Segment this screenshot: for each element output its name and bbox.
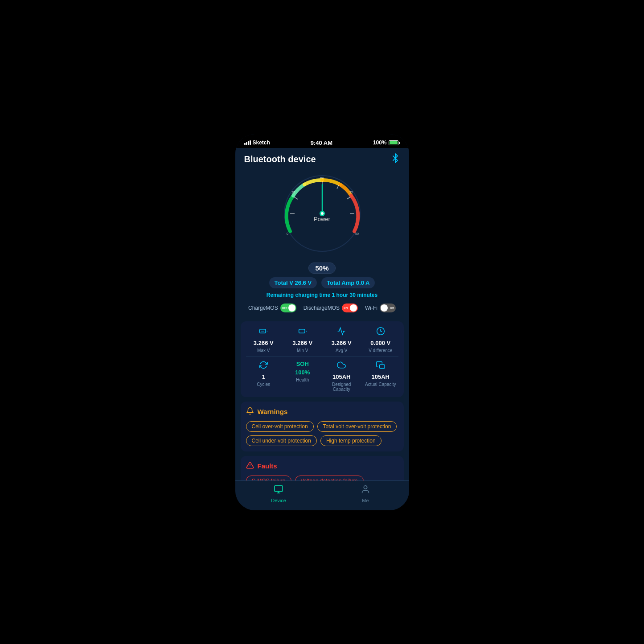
total-v-badge: Total V 26.6 V (269, 277, 317, 288)
health-value: 100% (295, 369, 310, 376)
cycles-label: Cycles (257, 382, 270, 387)
faults-card: Faults C-MOS failure Voltage detection f… (241, 456, 404, 480)
fault-icon (246, 461, 254, 471)
bottom-nav: Device Me (235, 480, 409, 510)
faults-title: Faults (258, 462, 277, 470)
v-diff-label: V difference (369, 348, 392, 353)
gauge-icon (376, 327, 385, 338)
header: Bluetooth device (235, 148, 409, 169)
charge-mos-toggle[interactable]: OFF (280, 304, 296, 312)
warning-tag-3: Cell under-volt protection (246, 435, 317, 446)
metric-cycles: 1 Cycles (246, 361, 282, 392)
divider (246, 357, 398, 357)
fault-tag-1: C-MOS failure (246, 476, 291, 480)
metric-designed-cap: 105AH Designed Capacity (324, 361, 360, 392)
v-diff-value: 0.000 V (370, 340, 390, 346)
remaining-time: Remaining charging time 1 hour 30 minute… (267, 292, 377, 298)
soh-icon: SOH (296, 361, 309, 367)
health-label: Health (296, 377, 309, 382)
warnings-title: Warnings (258, 408, 288, 415)
capacity-icon (376, 361, 385, 372)
charge-mos: ChargeMOS OFF (248, 304, 296, 312)
avg-v-label: Avg V (336, 348, 348, 353)
me-nav-label: Me (362, 498, 369, 503)
designed-cap-label: Designed Capacity (324, 382, 360, 392)
warning-tag-2: Total volt over-volt protection (317, 421, 397, 432)
nav-device[interactable]: Device (235, 484, 322, 503)
metrics-grid-bottom: 1 Cycles SOH 100% Health 105AH Designed … (246, 361, 398, 392)
min-v-value: 3.266 V (292, 340, 312, 346)
metric-avg-v: 3.266 V Avg V (324, 327, 360, 353)
svg-rect-15 (260, 329, 266, 332)
status-right: 100% (373, 139, 400, 146)
metric-v-diff: 0.000 V V difference (363, 327, 398, 353)
battery-percent: 100% (373, 139, 387, 146)
gauge-section: 50 25 25 0 50 Power 50% (235, 169, 409, 321)
metric-health: SOH 100% Health (285, 361, 320, 392)
gauge-percent-badge: 50% (308, 263, 335, 274)
total-amp-badge: Total Amp 0.0 A (321, 277, 375, 288)
stats-row: Total V 26.6 V Total Amp 0.0 A (269, 277, 375, 288)
metrics-grid-top: 3.266 V Max V 3.266 V Min V 3.266 V Avg … (246, 327, 398, 353)
metric-min-v: 3.266 V Min V (285, 327, 320, 353)
designed-cap-value: 105AH (332, 373, 350, 380)
svg-text:50: 50 (355, 232, 359, 235)
signal-bars (244, 140, 251, 145)
avg-v-value: 3.266 V (332, 340, 352, 346)
metrics-card: 3.266 V Max V 3.266 V Min V 3.266 V Avg … (241, 321, 404, 397)
main-content: Bluetooth device (235, 148, 409, 480)
page-title: Bluetooth device (244, 154, 316, 164)
svg-text:25: 25 (291, 191, 295, 194)
battery-icon (389, 140, 400, 145)
status-time: 9:40 AM (311, 139, 332, 146)
device-nav-icon (274, 484, 283, 496)
discharge-mos: DischargeMOS ON (304, 304, 358, 312)
stats-container: Total V 26.6 V Total Amp 0.0 A Remaining… (248, 277, 396, 317)
mos-row: ChargeMOS OFF DischargeMOS ON (248, 304, 396, 312)
warnings-card: Warnings Cell over-volt protection Total… (241, 402, 404, 451)
discharge-mos-toggle[interactable]: ON (342, 304, 358, 312)
me-nav-icon (361, 484, 370, 496)
svg-text:50: 50 (320, 176, 324, 180)
cycle-icon (259, 361, 268, 372)
faults-header: Faults (246, 461, 398, 471)
bluetooth-icon[interactable] (390, 153, 400, 165)
warnings-header: Warnings (246, 407, 398, 417)
gauge-container: 50 25 25 0 50 Power (278, 169, 367, 258)
battery-max-icon (259, 327, 268, 338)
power-label: Power (314, 215, 330, 222)
wifi-toggle[interactable]: Off (380, 304, 396, 312)
status-left: Sketch (244, 139, 270, 146)
svg-rect-20 (299, 329, 304, 332)
chart-icon (337, 327, 346, 338)
actual-cap-value: 105AH (372, 373, 390, 380)
gauge-center: Power (314, 205, 330, 222)
device-nav-label: Device (271, 498, 286, 503)
cycles-value: 1 (262, 373, 265, 380)
metric-actual-cap: 105AH Actual Capacity (363, 361, 398, 392)
nav-me[interactable]: Me (322, 484, 409, 503)
warnings-tags: Cell over-volt protection Total volt ove… (246, 421, 398, 446)
metric-max-v: 3.266 V Max V (246, 327, 282, 353)
wifi: Wi-Fi Off (365, 304, 396, 312)
max-v-label: Max V (257, 348, 270, 353)
svg-point-78 (364, 485, 367, 488)
cloud-icon (337, 361, 346, 372)
svg-rect-75 (275, 485, 283, 491)
carrier-label: Sketch (253, 139, 270, 146)
battery-min-icon (298, 327, 307, 338)
svg-text:0: 0 (287, 232, 288, 235)
fault-tag-2: Voltage detection failure (295, 476, 364, 480)
actual-cap-label: Actual Capacity (365, 382, 396, 387)
warning-tag-4: High temp protection (320, 435, 381, 446)
svg-rect-22 (379, 365, 385, 368)
faults-tags: C-MOS failure Voltage detection failure (246, 476, 398, 480)
svg-text:25: 25 (349, 191, 353, 194)
max-v-value: 3.266 V (254, 340, 274, 346)
status-bar: Sketch 9:40 AM 100% (235, 134, 409, 148)
warning-icon (246, 407, 254, 417)
warning-tag-1: Cell over-volt protection (246, 421, 314, 432)
min-v-label: Min V (297, 348, 308, 353)
